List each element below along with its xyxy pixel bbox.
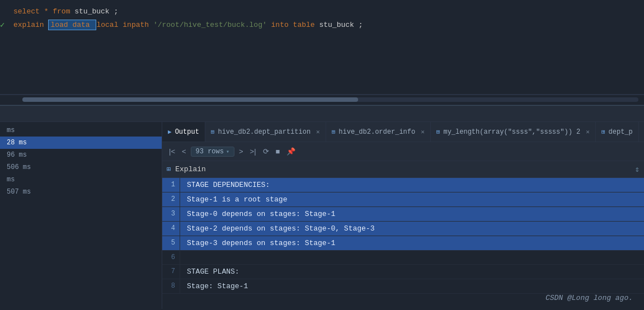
row-cell-1: STAGE DEPENDENCIES: bbox=[180, 178, 276, 192]
table-row: 2 Stage-1 is a root stage bbox=[162, 192, 644, 207]
table-row: 3 Stage-0 depends on stages: Stage-1 bbox=[162, 207, 644, 222]
tab-order-info[interactable]: ⊞ hive_db2.order_info ✕ bbox=[326, 122, 431, 142]
table-row: 5 Stage-3 depends on stages: Stage-1 bbox=[162, 236, 644, 251]
keyword-inpath: inpath bbox=[123, 21, 149, 29]
line-check-2: ✓ bbox=[0, 20, 11, 30]
tab-order-label: hive_db2.order_info bbox=[339, 128, 415, 136]
sort-icon[interactable]: ⇕ bbox=[635, 165, 640, 174]
scrollbar-track bbox=[22, 97, 638, 102]
table-row: 7 STAGE PLANS: bbox=[162, 265, 644, 279]
deptp-tab-icon: ⊞ bbox=[601, 128, 605, 135]
tab-output-label: Output bbox=[175, 128, 199, 136]
row-cell-5: Stage-3 depends on stages: Stage-1 bbox=[180, 236, 342, 250]
horizontal-scrollbar[interactable] bbox=[0, 95, 644, 105]
length-tab-icon: ⊞ bbox=[436, 128, 440, 135]
row-num-6: 6 bbox=[162, 251, 180, 264]
tab-dept-label: hive_db2.dept_partition bbox=[218, 128, 311, 136]
editor-line-1-content[interactable]: select * from stu_buck ; bbox=[11, 7, 644, 16]
keyword-star: * bbox=[44, 7, 53, 16]
rows-count: 93 rows bbox=[196, 148, 224, 156]
order-tab-close[interactable]: ✕ bbox=[421, 128, 425, 135]
keyword-select: select bbox=[13, 7, 40, 16]
highlight-load-data: load data bbox=[48, 20, 96, 30]
rows-dropdown-icon[interactable]: ▾ bbox=[226, 148, 229, 155]
dept-tab-icon: ⊞ bbox=[211, 128, 215, 135]
identifier-stbuck2: stu_buck bbox=[319, 21, 354, 29]
refresh-button[interactable]: ⟳ bbox=[261, 146, 271, 157]
table-wrapper: ⊞ Explain ⇕ 1 STAGE DEPENDENCIES: 2 Stag… bbox=[162, 161, 644, 309]
tabs-bar: ▶ Output ⊞ hive_db2.dept_partition ✕ ⊞ h… bbox=[162, 122, 644, 142]
keyword-from: from bbox=[53, 7, 70, 16]
editor-line-2: ✓ explain load data local inpath '/root/… bbox=[0, 18, 644, 31]
identifier-stbuck: stu_buck bbox=[74, 7, 109, 16]
string-path: '/root/hive_test/buck.log' bbox=[153, 21, 267, 29]
watermark: CSDN @Long long ago. bbox=[546, 294, 633, 302]
tab-my-length[interactable]: ⊞ my_length(array("ssss","sssss")) 2 ✕ bbox=[431, 122, 596, 142]
keyword-explain: explain bbox=[13, 21, 44, 29]
tab-dept-partition[interactable]: ⊞ hive_db2.dept_partition ✕ bbox=[205, 122, 326, 142]
dept-tab-close[interactable]: ✕ bbox=[316, 128, 320, 135]
sidebar-item-6[interactable]: 507 ms bbox=[0, 186, 162, 198]
length-tab-close[interactable]: ✕ bbox=[586, 128, 590, 135]
tab-output[interactable]: ▶ Output bbox=[162, 122, 205, 142]
left-sidebar: ms 28 ms 96 ms 506 ms ms 507 ms bbox=[0, 122, 162, 309]
punct-semi1: ; bbox=[114, 7, 119, 16]
main-content: ▶ Output ⊞ hive_db2.dept_partition ✕ ⊞ h… bbox=[162, 122, 644, 309]
keyword-table: table bbox=[293, 21, 315, 29]
row-num-5: 5 bbox=[162, 236, 180, 250]
scrollbar-thumb[interactable] bbox=[22, 97, 358, 102]
order-tab-icon: ⊞ bbox=[332, 128, 336, 135]
result-toolbar: |< < 93 rows ▾ > >| ⟳ ■ 📌 bbox=[162, 142, 644, 161]
keyword-into: into bbox=[271, 21, 289, 29]
row-cell-6 bbox=[180, 251, 194, 264]
middle-divider bbox=[0, 105, 644, 122]
output-tab-icon: ▶ bbox=[168, 128, 172, 135]
table-row: 6 bbox=[162, 251, 644, 265]
table-row: 4 Stage-2 depends on stages: Stage-0, St… bbox=[162, 222, 644, 236]
row-cell-8: Stage: Stage-1 bbox=[180, 279, 255, 293]
rows-badge[interactable]: 93 rows ▾ bbox=[191, 147, 234, 157]
row-cell-4: Stage-2 depends on stages: Stage-0, Stag… bbox=[180, 222, 381, 236]
data-rows: 1 STAGE DEPENDENCIES: 2 Stage-1 is a roo… bbox=[162, 178, 644, 294]
row-num-2: 2 bbox=[162, 192, 180, 206]
sidebar-item-4[interactable]: 506 ms bbox=[0, 161, 162, 173]
table-row: 1 STAGE DEPENDENCIES: bbox=[162, 178, 644, 192]
row-num-8: 8 bbox=[162, 279, 180, 293]
sidebar-item-3[interactable]: 96 ms bbox=[0, 149, 162, 161]
row-num-3: 3 bbox=[162, 207, 180, 221]
sidebar-item-1[interactable]: ms bbox=[0, 124, 162, 137]
table-header-title: Explain bbox=[175, 165, 206, 173]
row-num-4: 4 bbox=[162, 222, 180, 236]
pin-button[interactable]: 📌 bbox=[284, 146, 298, 157]
table-row: 8 Stage: Stage-1 bbox=[162, 279, 644, 294]
punct-semi2: ; bbox=[359, 21, 363, 29]
row-cell-7: STAGE PLANS: bbox=[180, 265, 246, 279]
table-header: ⊞ Explain ⇕ bbox=[162, 161, 644, 178]
first-page-button[interactable]: |< bbox=[167, 146, 177, 157]
editor-line-2-content[interactable]: explain load data local inpath '/root/hi… bbox=[11, 21, 644, 29]
tab-dept-p[interactable]: ⊞ dept_p bbox=[596, 122, 639, 142]
row-cell-2: Stage-1 is a root stage bbox=[180, 192, 294, 206]
editor-line-1: select * from stu_buck ; bbox=[0, 4, 644, 18]
row-num-7: 7 bbox=[162, 265, 180, 279]
keyword-local: local bbox=[96, 21, 118, 29]
prev-page-button[interactable]: < bbox=[180, 146, 189, 157]
tab-length-label: my_length(array("ssss","sssss")) 2 bbox=[443, 128, 580, 136]
sidebar-item-5[interactable]: ms bbox=[0, 173, 162, 186]
table-header-icon: ⊞ bbox=[167, 165, 171, 173]
last-page-button[interactable]: >| bbox=[248, 146, 258, 157]
keyword-load: load data bbox=[50, 21, 90, 29]
row-cell-3: Stage-0 depends on stages: Stage-1 bbox=[180, 207, 342, 221]
bottom-panel: ms 28 ms 96 ms 506 ms ms 507 ms ▶ Output… bbox=[0, 122, 644, 309]
tab-deptp-label: dept_p bbox=[609, 128, 633, 136]
sidebar-item-2[interactable]: 28 ms bbox=[0, 137, 162, 149]
stop-button[interactable]: ■ bbox=[274, 146, 283, 157]
editor-area: select * from stu_buck ; ✓ explain load … bbox=[0, 0, 644, 95]
next-page-button[interactable]: > bbox=[237, 146, 246, 157]
row-num-1: 1 bbox=[162, 178, 180, 192]
